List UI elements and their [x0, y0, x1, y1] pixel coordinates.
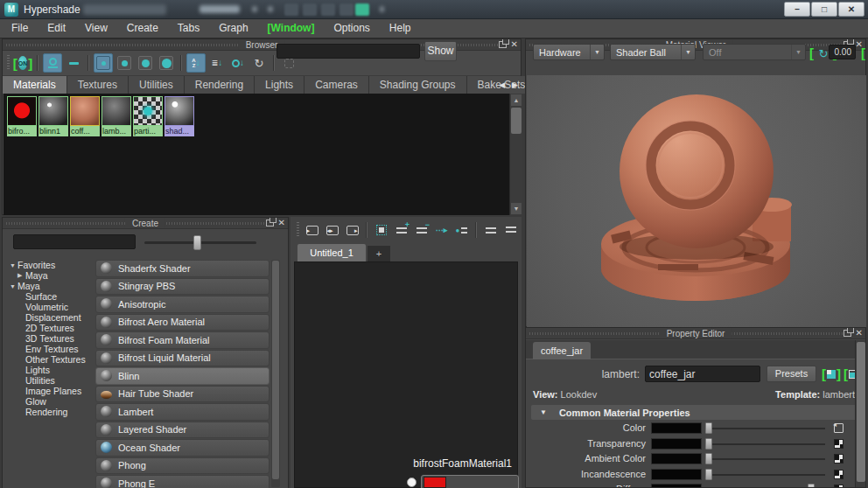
property-editor-scrollbar[interactable] — [855, 340, 865, 487]
create-panel-header[interactable]: Create ✕ — [3, 218, 288, 229]
scroll-down-icon[interactable]: ▼ — [511, 203, 522, 214]
shader-item-ocean-shader[interactable]: Ocean Shader — [95, 439, 270, 457]
tab-cameras[interactable]: Cameras — [304, 76, 369, 94]
tree-item-rendering[interactable]: Rendering — [10, 407, 94, 417]
tree-item-lights[interactable]: Lights — [10, 365, 94, 375]
geometry-dropdown[interactable]: Shader Ball ▼ — [610, 44, 696, 60]
shader-item-lambert[interactable]: Lambert — [95, 403, 270, 421]
shader-item-blinn[interactable]: Blinn — [95, 367, 270, 385]
shader-item-layered-shader[interactable]: Layered Shader — [95, 422, 270, 439]
tree-item-2d-textures[interactable]: 2D Textures — [10, 323, 94, 333]
slider-track[interactable] — [706, 428, 825, 429]
close-panel-icon[interactable]: ✕ — [511, 40, 518, 49]
menu-edit[interactable]: Edit — [38, 19, 75, 38]
shader-item-hair-tube-shader[interactable]: Hair Tube Shader — [95, 386, 270, 403]
tab-textures[interactable]: Textures — [67, 76, 129, 94]
scrollbar-thumb[interactable] — [857, 342, 865, 482]
float-panel-icon[interactable] — [844, 330, 851, 337]
slider-handle[interactable] — [705, 469, 712, 480]
shader-item-phong-e[interactable]: Phong E — [95, 475, 270, 488]
slider-handle[interactable] — [705, 438, 712, 450]
texture-map-icon[interactable] — [834, 485, 844, 487]
maximize-button[interactable]: □ — [811, 2, 837, 17]
create-search-input[interactable] — [13, 234, 136, 249]
material-swatch[interactable]: lamb... — [102, 96, 131, 136]
refresh-swatches-button-icon[interactable]: ↻ — [249, 53, 269, 73]
view-value[interactable]: Lookdev — [561, 389, 598, 400]
tabs-scroll-left-icon[interactable]: ◀ — [499, 78, 505, 92]
input-connection-icon[interactable] — [834, 423, 844, 433]
shader-item-anisotropic[interactable]: Anisotropic — [95, 296, 270, 313]
color-swatch[interactable] — [651, 484, 702, 487]
material-node[interactable] — [421, 475, 519, 488]
add-selected-to-graph-button-icon[interactable]: + — [392, 221, 410, 239]
presets-button[interactable]: Presets — [766, 366, 816, 382]
close-panel-icon[interactable]: ✕ — [278, 219, 285, 227]
color-swatch[interactable] — [651, 438, 702, 450]
color-swatch[interactable] — [651, 422, 702, 434]
menu-create[interactable]: Create — [117, 19, 168, 38]
swatch-size-xlarge-button-icon[interactable] — [157, 53, 176, 73]
shader-ball-viewport[interactable] — [527, 75, 866, 327]
tree-item-env-textures[interactable]: Env Textures — [10, 344, 94, 354]
texture-map-icon[interactable] — [834, 470, 844, 479]
remove-selected-from-graph-button-icon[interactable]: − — [412, 221, 430, 239]
work-area-tab-untitled-1[interactable]: Untitled_1 — [298, 244, 366, 261]
tree-item-maya[interactable]: ▶Maya — [10, 270, 94, 281]
collapse-arrow-icon[interactable]: ▼ — [540, 408, 547, 416]
show-output-connections-button-icon[interactable]: ▸ — [343, 221, 361, 239]
turntable-speed-input[interactable] — [829, 45, 856, 59]
color-swatch[interactable] — [651, 453, 702, 464]
renderer-dropdown[interactable]: Hardware ▼ — [533, 44, 605, 60]
shader-item-stingray-pbs[interactable]: Stingray PBS — [95, 278, 270, 296]
display-name-only-button-icon[interactable] — [64, 53, 83, 73]
slider-track[interactable] — [706, 458, 825, 460]
tab-shading-groups[interactable]: Shading Groups — [369, 76, 467, 94]
scroll-up-icon[interactable]: ▲ — [511, 94, 522, 106]
toolbar-grip[interactable] — [297, 222, 299, 238]
node-display-simple-button-icon[interactable] — [481, 221, 500, 239]
menu-file[interactable]: File — [2, 19, 38, 38]
expand-arrow-icon[interactable]: ▶ — [18, 272, 25, 279]
show-input-connections-button-icon[interactable]: ▸ — [303, 221, 321, 239]
slider-handle[interactable] — [705, 422, 712, 434]
property-editor-header[interactable]: Property Editor ✕ — [526, 328, 865, 339]
texture-map-icon[interactable] — [834, 439, 844, 449]
texture-map-icon[interactable] — [834, 454, 844, 464]
menu-help[interactable]: Help — [380, 19, 421, 38]
color-swatch[interactable] — [651, 469, 702, 480]
close-button[interactable]: ✕ — [838, 2, 864, 17]
materials-swatch-area[interactable]: bifro...blinn1coff...lamb...parti...shad… — [4, 94, 509, 215]
swatch-size-small-button-icon[interactable] — [94, 53, 113, 73]
tree-item-maya[interactable]: ▼Maya — [10, 281, 94, 291]
float-panel-icon[interactable] — [499, 41, 507, 48]
close-panel-icon[interactable]: ✕ — [856, 329, 863, 338]
scrollbar-thumb[interactable] — [272, 261, 279, 479]
sort-by-type-button-icon[interactable]: ≣↓ — [207, 53, 227, 73]
tab-lights[interactable]: Lights — [255, 76, 304, 94]
material-swatch[interactable]: blinn1 — [38, 96, 68, 136]
node-name-input[interactable] — [645, 366, 760, 382]
minimize-button[interactable]: – — [784, 2, 810, 17]
menu-window[interactable]: [Window] — [258, 19, 325, 38]
add-tab-button[interactable]: + — [368, 246, 390, 261]
show-input-output-connections-button-icon[interactable]: ◂▸ — [323, 221, 341, 239]
tab-coffee-jar[interactable]: coffee_jar — [533, 342, 591, 359]
tab-rendering[interactable]: Rendering — [185, 76, 255, 94]
shader-item-bifrost-aero-material[interactable]: Bifrost Aero Material — [95, 314, 270, 331]
tree-item-3d-textures[interactable]: 3D Textures — [10, 333, 94, 344]
shader-item-shaderfx-shader[interactable]: Shaderfx Shader — [95, 260, 270, 277]
tree-item-other-textures[interactable]: Other Textures — [10, 354, 94, 365]
swatch-size-medium-button-icon[interactable] — [115, 53, 134, 73]
filter-on-button-icon[interactable]: ON — [13, 53, 32, 73]
frame-selection-button-icon[interactable] — [372, 221, 390, 239]
shader-item-bifrost-foam-material[interactable]: Bifrost Foam Material — [95, 331, 270, 349]
tabs-scroll-right-icon[interactable]: ▶ — [512, 78, 518, 92]
tree-item-utilities[interactable]: Utilities — [10, 375, 94, 386]
menu-tabs[interactable]: Tabs — [168, 19, 209, 38]
slider-track[interactable] — [706, 474, 825, 476]
scrollbar-thumb[interactable] — [511, 108, 522, 134]
common-material-properties-section[interactable]: ▼ Common Material Properties — [531, 405, 857, 420]
pin-node-button-icon[interactable]: ● — [452, 221, 471, 239]
node-output-port[interactable] — [407, 478, 416, 487]
